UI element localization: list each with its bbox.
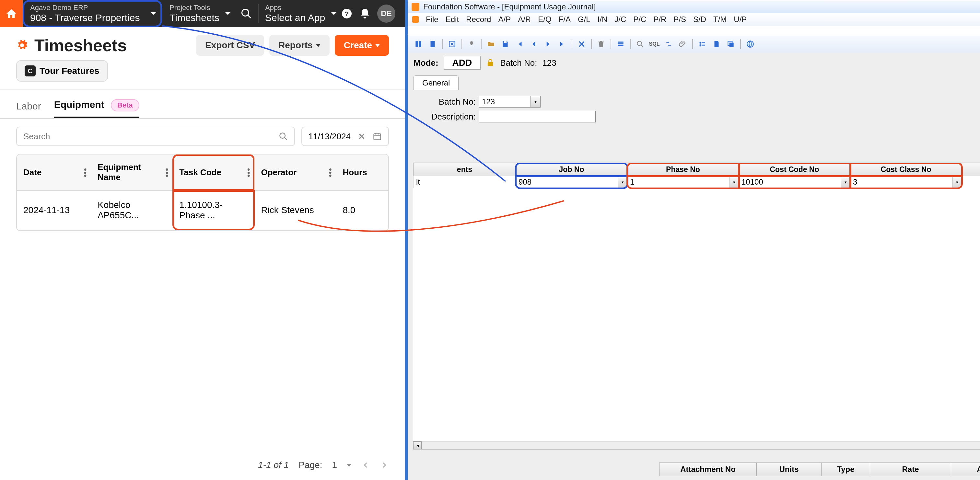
col-units[interactable]: Units (757, 463, 821, 476)
sql-icon[interactable]: SQL (648, 38, 660, 50)
search-input[interactable] (23, 132, 279, 141)
project-tools-dropdown[interactable]: Project Tools Timesheets (164, 0, 235, 27)
pin-icon[interactable] (465, 38, 478, 50)
col-rate[interactable]: Rate (870, 463, 951, 476)
home-button[interactable] (0, 0, 23, 27)
cell-cost-class-no[interactable]: ▾ (850, 176, 962, 188)
apps-dropdown[interactable]: Apps Select an App (259, 0, 341, 27)
menu-ps[interactable]: P/S (673, 15, 686, 24)
cell-phase-no[interactable]: ▾ (627, 176, 739, 188)
menu-ar[interactable]: A/R (518, 15, 531, 24)
save-icon[interactable] (499, 38, 511, 50)
table-row[interactable]: 2024-11-13 Kobelco AP655C... 1.10100.3-P… (17, 191, 388, 230)
bullet-list-icon[interactable] (696, 38, 708, 50)
menu-file[interactable]: File (426, 15, 439, 24)
gear-icon[interactable] (16, 40, 28, 51)
export-csv-button[interactable]: Export CSV (196, 35, 264, 56)
cell-employee[interactable]: ▾ (962, 176, 980, 188)
scroll-left-icon[interactable]: ◂ (413, 442, 422, 449)
next-icon[interactable] (542, 38, 554, 50)
search-box[interactable] (16, 127, 295, 146)
reports-button[interactable]: Reports (269, 35, 329, 56)
clear-icon[interactable] (357, 132, 366, 141)
caret-down-icon[interactable] (347, 464, 351, 467)
menu-pr[interactable]: P/R (653, 15, 666, 24)
description-input[interactable] (479, 111, 596, 122)
prev-page-icon[interactable] (361, 461, 370, 470)
journal-grid[interactable]: ents Job No Phase No Cost Code No Cost C… (413, 162, 980, 441)
cell-cost-code-no[interactable]: ▾ (739, 176, 850, 188)
folder-icon[interactable] (485, 38, 497, 50)
help-icon[interactable]: ? (341, 8, 353, 19)
window-titlebar[interactable]: Foundation Software - [Equipment Usage J… (406, 0, 980, 13)
col-cost-class-no[interactable]: Cost Class No (850, 163, 962, 176)
doc-icon[interactable] (710, 38, 723, 50)
menu-pc[interactable]: P/C (633, 15, 646, 24)
more-icon[interactable]: ••• (329, 168, 331, 177)
tour-features-button[interactable]: C Tour Features (16, 60, 108, 82)
col-attachment-no[interactable]: Attachment No (660, 463, 757, 476)
more-icon[interactable]: ••• (84, 168, 86, 177)
menu-in[interactable]: I/N (598, 15, 608, 24)
dropdown-icon[interactable]: ▾ (531, 96, 541, 108)
x-box-icon[interactable] (446, 38, 458, 50)
cell-job-no[interactable]: ▾ (516, 176, 627, 188)
menu-jc[interactable]: J/C (614, 15, 626, 24)
trash-icon[interactable] (595, 38, 607, 50)
batch-no-combo[interactable]: ▾ (479, 96, 541, 108)
list-icon[interactable] (614, 38, 627, 50)
menu-up[interactable]: U/P (734, 15, 747, 24)
nav-search-button[interactable] (235, 0, 258, 27)
attach-icon[interactable] (677, 38, 689, 50)
menu-record[interactable]: Record (466, 15, 491, 24)
calendar-icon[interactable] (373, 132, 382, 141)
first-icon[interactable] (513, 38, 526, 50)
project-dropdown[interactable]: Agave Demo ERP 908 - Traverse Properties (23, 0, 162, 27)
col-amount[interactable]: Amount (951, 463, 980, 476)
globe-icon[interactable] (744, 38, 756, 50)
prev-icon[interactable] (528, 38, 540, 50)
col-type[interactable]: Type (821, 463, 870, 476)
tab-general[interactable]: General (414, 75, 458, 90)
bell-icon[interactable] (359, 8, 371, 19)
next-page-icon[interactable] (380, 461, 389, 470)
col-cost-code-no[interactable]: Cost Code No (739, 163, 850, 176)
col-job-no[interactable]: Job No (516, 163, 627, 176)
grid-row[interactable]: ▾ ▾ ▾ ▾ ▾ (414, 176, 980, 188)
delete-x-icon[interactable] (576, 38, 588, 50)
col-ents[interactable]: ents (414, 163, 516, 176)
menu-edit[interactable]: Edit (445, 15, 459, 24)
last-icon[interactable] (556, 38, 568, 50)
more-icon[interactable]: ••• (165, 168, 168, 177)
copy-icon[interactable] (725, 38, 737, 50)
pager-page[interactable]: 1 (332, 460, 337, 470)
horizontal-scrollbar[interactable]: ◂ ▸ (413, 441, 980, 450)
zoom-icon[interactable] (634, 38, 646, 50)
col-date[interactable]: Date••• (17, 154, 91, 191)
col-equipment[interactable]: Equipment Name••• (91, 154, 173, 191)
menu-fa[interactable]: F/A (559, 15, 571, 24)
tab-labor[interactable]: Labor (16, 101, 41, 117)
col-phase-no[interactable]: Phase No (627, 163, 739, 176)
page-icon[interactable] (426, 38, 439, 50)
batch-no-input[interactable] (479, 96, 531, 108)
menu-tm[interactable]: T/M (713, 15, 727, 24)
user-avatar[interactable]: DE (377, 5, 395, 23)
menu-eq[interactable]: E/Q (538, 15, 551, 24)
tour-icon: C (25, 65, 36, 76)
menu-gl[interactable]: G/L (578, 15, 590, 24)
tab-equipment[interactable]: Equipment Beta (54, 99, 139, 118)
col-task-code[interactable]: Task Code••• (173, 154, 255, 191)
more-icon[interactable]: ••• (247, 168, 250, 177)
transfer-icon[interactable] (662, 38, 675, 50)
search-icon (240, 8, 252, 19)
menu-ap[interactable]: A/P (498, 15, 511, 24)
date-filter[interactable]: 11/13/2024 (301, 127, 389, 146)
col-hours[interactable]: Hours (336, 154, 388, 191)
cell-ents[interactable] (414, 176, 516, 188)
create-button[interactable]: Create (335, 35, 389, 56)
book-icon[interactable] (412, 38, 425, 50)
col-employee[interactable]: Employee (962, 163, 980, 176)
col-operator[interactable]: Operator••• (255, 154, 336, 191)
menu-sd[interactable]: S/D (693, 15, 706, 24)
